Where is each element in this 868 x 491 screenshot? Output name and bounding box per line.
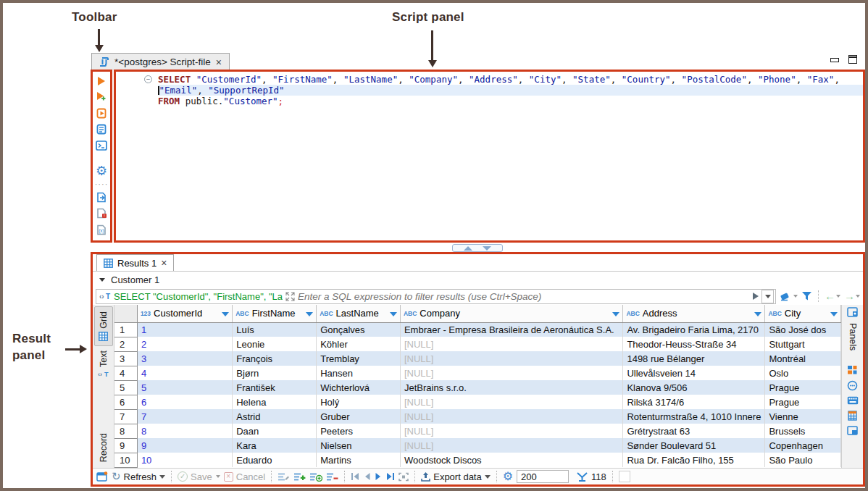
cell[interactable]: Copenhagen <box>765 438 841 453</box>
cell[interactable]: [NULL] <box>400 337 623 351</box>
splitter-down-icon[interactable] <box>483 246 491 251</box>
code-line[interactable]: FROM public."Customer"; <box>116 96 863 106</box>
table-row[interactable]: 99KaraNielsen[NULL]Sønder Boulevard 51Co… <box>114 438 841 453</box>
filter-funnel-icon[interactable] <box>801 291 812 301</box>
table-row[interactable]: 88DaanPeeters[NULL]Grétrystraat 63Brusse… <box>114 424 841 438</box>
previous-row-icon[interactable] <box>364 472 371 481</box>
cell[interactable]: [NULL] <box>400 409 623 424</box>
cell[interactable]: Köhler <box>317 337 401 351</box>
cell[interactable]: Prague <box>765 395 841 409</box>
keyboard-icon[interactable] <box>847 396 859 405</box>
cell[interactable]: Rotenturmstraße 4, 1010 Innere <box>623 409 765 424</box>
cell[interactable]: JetBrains s.r.o. <box>400 380 623 395</box>
refresh-button[interactable]: ↻ Refresh <box>112 471 165 482</box>
table-row[interactable]: 33FrançoisTremblay[NULL]1498 rue Bélange… <box>114 351 841 366</box>
toolbar-overflow-dots[interactable]: ···· <box>95 182 108 187</box>
sort-dropdown-icon[interactable] <box>390 312 397 316</box>
cell[interactable]: Daan <box>233 424 317 438</box>
cell[interactable]: Nielsen <box>317 438 401 453</box>
cell[interactable]: Eduardo <box>233 453 317 467</box>
cell[interactable]: Stuttgart <box>765 337 841 351</box>
cell[interactable]: Prague <box>765 380 841 395</box>
minimize-icon[interactable] <box>830 58 839 62</box>
cell[interactable]: [NULL] <box>400 395 623 409</box>
expand-filter-icon[interactable] <box>285 292 295 301</box>
script-panel[interactable]: −SELECT "CustomerId", "FirstName", "Last… <box>114 70 865 243</box>
sort-dropdown-icon[interactable] <box>306 312 313 316</box>
filter-input[interactable] <box>298 291 750 302</box>
tab-script-file[interactable]: *<postgres> Script-file × <box>91 53 230 70</box>
cell[interactable]: 7 <box>137 409 232 424</box>
duplicate-row-icon[interactable] <box>309 472 322 482</box>
tab-grid[interactable]: Grid <box>94 306 113 346</box>
panel-splitter[interactable] <box>452 244 503 252</box>
cell[interactable]: Wichterlová <box>317 380 401 395</box>
grid-corner[interactable] <box>114 305 137 322</box>
sql-editor[interactable]: −SELECT "CustomerId", "FirstName", "Last… <box>116 72 863 106</box>
code-line[interactable]: "Email", "SupportRepId" <box>116 85 863 96</box>
focus-row-icon[interactable] <box>398 472 409 482</box>
cell[interactable]: François <box>233 351 317 366</box>
cell[interactable]: Holý <box>317 395 401 409</box>
row-number[interactable]: 1 <box>114 322 137 337</box>
sort-dropdown-icon[interactable] <box>222 312 229 316</box>
cell[interactable]: Martins <box>317 453 401 467</box>
explain-plan-button[interactable] <box>95 124 108 135</box>
row-number[interactable]: 7 <box>114 409 137 424</box>
cell[interactable]: [NULL] <box>400 438 623 453</box>
cell[interactable]: Gonçalves <box>317 322 401 337</box>
cell[interactable]: Sønder Boulevard 51 <box>623 438 765 453</box>
row-number[interactable]: 6 <box>114 395 137 409</box>
cell[interactable]: Luís <box>233 322 317 337</box>
tab-results-1[interactable]: Results 1 × <box>96 254 174 271</box>
panel-layout-icon[interactable] <box>847 426 859 436</box>
next-row-icon[interactable] <box>375 472 382 481</box>
cell[interactable]: Grétrystraat 63 <box>623 424 765 438</box>
cell[interactable]: 2 <box>137 337 232 351</box>
cell[interactable]: São José dos <box>765 322 841 337</box>
cell[interactable]: Gruber <box>317 409 401 424</box>
execute-statement-button[interactable] <box>95 75 108 86</box>
dataset-header[interactable]: Customer 1 <box>93 272 863 288</box>
sort-dropdown-icon[interactable] <box>612 312 619 316</box>
cell[interactable]: Ullevålsveien 14 <box>623 366 765 380</box>
cell[interactable]: 5 <box>137 380 232 395</box>
result-settings-gear-icon[interactable]: ⚙ <box>503 471 513 482</box>
row-number[interactable]: 9 <box>114 438 137 453</box>
column-header-city[interactable]: ABCCity <box>765 305 841 322</box>
table-row[interactable]: 55FrantišekWichterlováJetBrains s.r.o.Kl… <box>114 380 841 395</box>
cell[interactable]: Helena <box>233 395 317 409</box>
filter-history-dropdown[interactable] <box>761 290 774 303</box>
filter-field[interactable]: ‹›T SELECT "CustomerId", "FirstName", "L… <box>96 289 776 304</box>
column-header-customerid[interactable]: 123CustomerId <box>137 305 232 322</box>
collapse-dataset-icon[interactable] <box>99 278 105 282</box>
add-row-icon[interactable] <box>293 472 306 482</box>
cell[interactable]: 1 <box>137 322 232 337</box>
nav-back-button[interactable]: ← <box>825 291 840 301</box>
cell[interactable]: Leonie <box>233 337 317 351</box>
sort-dropdown-icon[interactable] <box>754 312 761 316</box>
tab-close-icon[interactable]: × <box>216 56 222 68</box>
cell[interactable]: [NULL] <box>400 366 623 380</box>
cell[interactable]: František <box>233 380 317 395</box>
fetch-size-input[interactable] <box>517 470 569 483</box>
cell[interactable]: 9 <box>137 438 232 453</box>
cell[interactable]: Theodor-Heuss-Straße 34 <box>623 337 765 351</box>
sort-dropdown-icon[interactable] <box>830 312 838 316</box>
cancel-button[interactable]: × Cancel <box>224 471 265 482</box>
results-tab-close-icon[interactable]: × <box>161 257 167 269</box>
cell[interactable]: Astrid <box>233 409 317 424</box>
tab-record[interactable]: Record <box>94 429 113 466</box>
cell[interactable]: Klanova 9/506 <box>623 380 765 395</box>
cell[interactable]: 4 <box>137 366 232 380</box>
cell[interactable]: Embraer - Empresa Brasileira de Aeronáut… <box>400 322 623 337</box>
cell[interactable]: 3 <box>137 351 232 366</box>
row-number[interactable]: 4 <box>114 366 137 380</box>
code-line[interactable]: −SELECT "CustomerId", "FirstName", "Last… <box>116 74 863 85</box>
cell[interactable]: Kara <box>233 438 317 453</box>
column-header-firstname[interactable]: ABCFirstName <box>233 305 317 322</box>
cell[interactable]: Tremblay <box>317 351 401 366</box>
row-number[interactable]: 10 <box>114 453 137 467</box>
nav-forward-button[interactable]: → <box>844 291 860 301</box>
cell[interactable]: 10 <box>137 453 232 467</box>
